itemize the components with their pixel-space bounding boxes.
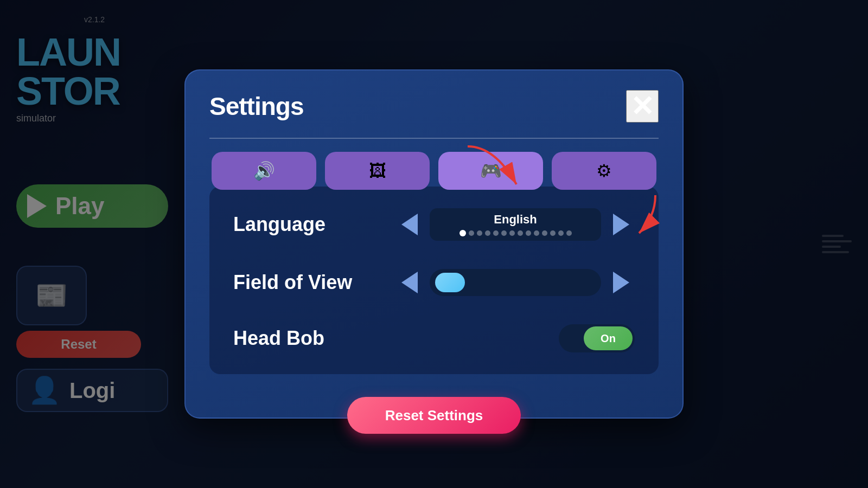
settings-divider	[209, 138, 659, 139]
dot	[493, 230, 499, 236]
fov-arrow-right-icon	[613, 272, 629, 293]
reset-settings-label: Reset Settings	[385, 407, 483, 424]
headbob-control: On	[396, 324, 635, 352]
tab-advanced[interactable]: ⚙	[552, 152, 656, 190]
fov-row: Field of View	[233, 269, 635, 296]
dot	[485, 230, 490, 236]
dot	[542, 230, 547, 236]
dot	[469, 230, 474, 236]
display-icon: 🖼	[369, 161, 386, 181]
dot-active	[459, 230, 466, 236]
tab-display[interactable]: 🖼	[325, 152, 430, 190]
language-row: Language English	[233, 208, 635, 241]
language-dots	[459, 230, 572, 236]
gameplay-icon: 🎮	[480, 160, 502, 181]
fov-prev-button[interactable]	[396, 269, 423, 296]
dot	[534, 230, 539, 236]
close-icon: ✕	[630, 92, 654, 120]
language-selector: English	[430, 208, 601, 241]
headbob-toggle-container: On	[396, 324, 635, 352]
language-value: English	[494, 213, 537, 227]
dot	[477, 230, 482, 236]
dot	[518, 230, 523, 236]
settings-dialog: Settings ✕ 🔊 🖼 🎮 ⚙ La	[184, 69, 684, 419]
dot	[509, 230, 515, 236]
headbob-label: Head Bob	[233, 327, 396, 350]
language-control: English	[396, 208, 635, 241]
dot	[550, 230, 556, 236]
audio-icon: 🔊	[253, 160, 275, 181]
dot	[501, 230, 507, 236]
tab-gameplay[interactable]: 🎮	[438, 152, 543, 190]
modal-overlay: Settings ✕ 🔊 🖼 🎮 ⚙ La	[0, 0, 868, 488]
fov-arrow-left-icon	[401, 272, 418, 293]
close-button[interactable]: ✕	[626, 90, 659, 123]
dot	[558, 230, 564, 236]
fov-slider[interactable]	[430, 269, 601, 296]
arrow-left-icon	[401, 214, 418, 235]
tabs-container: 🔊 🖼 🎮 ⚙	[209, 152, 659, 190]
language-prev-button[interactable]	[396, 211, 423, 238]
dot	[566, 230, 572, 236]
arrow-right-icon	[613, 214, 629, 235]
toggle-on-label: On	[601, 332, 616, 345]
dot	[526, 230, 531, 236]
headbob-toggle[interactable]: On	[559, 324, 635, 352]
language-next-button[interactable]	[608, 211, 635, 238]
settings-content: Language English	[209, 187, 659, 374]
fov-label: Field of View	[233, 271, 396, 294]
fov-control	[396, 269, 635, 296]
toggle-knob-on: On	[584, 326, 633, 350]
language-label: Language	[233, 213, 396, 236]
reset-settings-button[interactable]: Reset Settings	[347, 397, 521, 434]
fov-thumb	[435, 273, 465, 292]
fov-next-button[interactable]	[608, 269, 635, 296]
settings-title: Settings	[209, 92, 303, 121]
tab-audio[interactable]: 🔊	[212, 152, 316, 190]
settings-header: Settings ✕	[209, 90, 659, 123]
headbob-row: Head Bob On	[233, 324, 635, 352]
advanced-icon: ⚙	[596, 160, 612, 181]
